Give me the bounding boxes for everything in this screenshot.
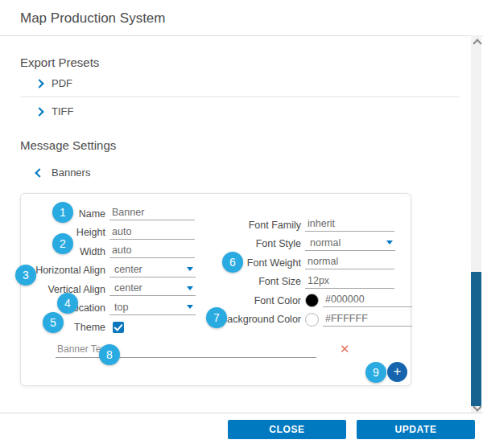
location-value: top	[114, 302, 128, 313]
font-style-select[interactable]: normal	[305, 237, 395, 251]
banner-text-input[interactable]	[56, 343, 316, 358]
chevron-left-icon	[35, 168, 43, 177]
font-family-row: Font Family	[217, 216, 412, 235]
vertical-align-row: Vertical Align center	[21, 280, 196, 299]
font-size-input[interactable]	[305, 275, 394, 289]
preset-item-label: TIFF	[52, 105, 73, 117]
preset-divider	[20, 97, 460, 97]
chevron-down-icon	[187, 286, 193, 290]
font-weight-row: Font Weight	[217, 253, 412, 273]
banners-back-link[interactable]: Banners	[36, 166, 90, 179]
horizontal-align-value: center	[114, 264, 142, 275]
remove-banner-button[interactable]: ✕	[340, 342, 350, 356]
add-banner-button[interactable]: +	[387, 362, 407, 382]
background-color-swatch[interactable]	[305, 313, 319, 327]
title-divider	[0, 35, 483, 36]
export-presets-heading: Export Presets	[20, 55, 99, 69]
horizontal-align-select[interactable]: center	[109, 264, 196, 277]
font-color-label: Font Color	[217, 295, 301, 306]
font-family-input[interactable]	[305, 218, 394, 232]
callout-badge-7: 7	[206, 307, 227, 328]
close-button[interactable]: CLOSE	[228, 420, 346, 439]
background-color-row: Background Color	[217, 310, 412, 330]
chevron-down-icon	[187, 267, 193, 271]
theme-checkbox[interactable]	[113, 322, 124, 333]
background-color-label: Background Color	[217, 314, 301, 325]
width-input[interactable]	[109, 245, 195, 258]
chevron-down-icon	[187, 305, 193, 309]
font-size-row: Font Size	[217, 273, 412, 292]
font-color-input[interactable]	[323, 294, 412, 307]
chevron-right-icon	[35, 79, 43, 88]
update-button[interactable]: UPDATE	[357, 420, 475, 439]
font-weight-input[interactable]	[305, 256, 394, 269]
callout-badge-1: 1	[52, 202, 73, 223]
font-style-value: normal	[310, 237, 341, 249]
vertical-align-select[interactable]: center	[109, 282, 196, 296]
page-title: Map Production System	[20, 10, 165, 27]
font-color-row: Font Color	[217, 291, 412, 310]
width-field-row: Width	[21, 242, 196, 261]
chevron-down-icon	[386, 240, 393, 245]
font-style-row: Font Style normal	[217, 235, 412, 254]
message-settings-heading: Message Settings	[20, 138, 116, 152]
checkmark-icon	[114, 322, 122, 331]
callout-badge-9: 9	[365, 362, 386, 383]
callout-badge-3: 3	[15, 265, 36, 286]
chevron-right-icon	[35, 107, 43, 116]
font-color-swatch[interactable]	[305, 294, 319, 307]
preset-item-tiff[interactable]: TIFF	[36, 105, 73, 117]
font-style-label: Font Style	[217, 238, 301, 249]
background-color-input[interactable]	[323, 313, 412, 327]
map-production-system-dialog: Map Production System Export Presets PDF…	[0, 0, 483, 448]
font-family-label: Font Family	[217, 220, 301, 231]
callout-badge-2: 2	[52, 233, 73, 254]
banners-back-label: Banners	[52, 166, 90, 179]
callout-badge-6: 6	[222, 252, 243, 273]
callout-badge-5: 5	[43, 312, 64, 333]
height-field-row: Height	[21, 224, 196, 243]
height-input[interactable]	[109, 226, 195, 240]
callout-badge-4: 4	[57, 293, 78, 314]
horizontal-align-row: Horizontal Align center	[21, 261, 196, 281]
footer-divider	[0, 413, 483, 413]
preset-item-pdf[interactable]: PDF	[36, 77, 72, 89]
vertical-align-value: center	[114, 282, 142, 294]
scrollbar-thumb[interactable]	[471, 272, 481, 406]
name-input[interactable]	[109, 207, 195, 220]
callout-badge-8: 8	[99, 344, 120, 365]
location-select[interactable]: top	[109, 302, 196, 315]
name-field-row: Name	[21, 204, 196, 224]
banner-settings-panel: Name Height Width Horizontal Align cente…	[20, 193, 411, 386]
right-fields-column: Font Family Font Style normal Font Weigh…	[217, 216, 412, 329]
font-size-label: Font Size	[217, 276, 301, 287]
preset-item-label: PDF	[52, 77, 72, 89]
